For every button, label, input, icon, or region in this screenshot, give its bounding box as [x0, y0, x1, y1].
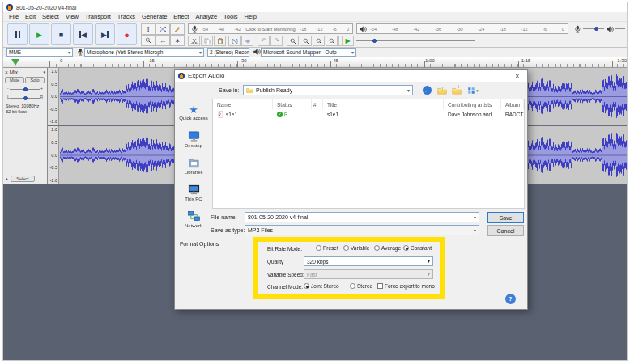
skip-to-end-button[interactable]: ▶ — [95, 23, 115, 45]
recording-device-select[interactable]: Microphone (Yeti Stereo Microph▾ — [84, 48, 204, 57]
zoom-out-button[interactable]: − — [300, 36, 312, 46]
zoom-in-button[interactable]: + — [287, 36, 299, 46]
play-button[interactable]: ▶ — [29, 23, 49, 45]
cancel-button[interactable]: Cancel — [487, 225, 524, 236]
pause-button[interactable] — [7, 23, 28, 45]
multi-tool-button[interactable]: ∗ — [170, 35, 185, 46]
menu-item[interactable]: Help — [241, 13, 260, 20]
sidebar-item-libraries[interactable]: Libraries — [175, 152, 212, 179]
column-status[interactable]: Status — [273, 99, 312, 109]
audio-host-select[interactable]: MME▾ — [6, 48, 73, 57]
mute-solo-row: Mute Solo — [3, 76, 47, 84]
menu-item[interactable]: Edit — [22, 13, 39, 20]
mute-button[interactable]: Mute — [5, 77, 24, 83]
bit-rate-average-radio[interactable]: Average — [374, 245, 401, 251]
skip-to-start-button[interactable]: ◀ — [73, 23, 93, 45]
sidebar-item-this-pc[interactable]: This PC — [175, 179, 212, 205]
monitoring-hint[interactable]: Click to Start Monitoring — [243, 27, 298, 32]
recording-meter[interactable]: -54-48-42-36-30-24-18-12-60 Click to Sta… — [188, 23, 353, 34]
music-file-icon: ♪ — [217, 110, 224, 119]
save-button[interactable]: Save — [487, 212, 524, 223]
cut-button[interactable] — [188, 36, 200, 46]
play-speed-slider[interactable] — [356, 40, 475, 41]
file-name-input[interactable]: 801-05-20-2020 v4-final ▾ — [245, 212, 479, 222]
chevron-down-icon: ▾ — [68, 49, 70, 55]
bit-rate-variable-radio[interactable]: Variable — [343, 245, 369, 251]
quality-label: Quality — [267, 259, 283, 265]
force-mono-checkbox[interactable]: Force export to mono — [377, 283, 435, 289]
bit-rate-constant-radio[interactable]: Constant — [403, 245, 432, 251]
silence-audio-button[interactable] — [241, 36, 253, 46]
paste-button[interactable] — [214, 36, 226, 46]
column-number[interactable]: # — [312, 99, 323, 109]
joint-stereo-radio[interactable]: Joint Stereo — [304, 283, 339, 289]
menu-item[interactable]: Select — [39, 13, 62, 20]
menu-item[interactable]: Tools — [220, 13, 241, 20]
recording-channels-select[interactable]: 2 (Stereo) Recording Cha▾ — [207, 48, 249, 57]
bit-rate-preset-radio[interactable]: Preset — [316, 245, 338, 251]
variable-speed-label: Variable Speed: — [267, 272, 304, 277]
menu-item[interactable]: Effect — [170, 13, 192, 20]
menu-item[interactable]: View — [62, 13, 82, 20]
undo-button[interactable]: ↶ — [258, 36, 270, 46]
gain-thumb[interactable] — [23, 87, 28, 91]
copy-button[interactable] — [201, 36, 213, 46]
quality-select[interactable]: 320 kbps ▾ — [304, 256, 433, 266]
trim-audio-button[interactable] — [228, 36, 241, 46]
play-at-speed-button[interactable]: ▶ — [342, 36, 354, 46]
stop-button[interactable]: ■ — [51, 23, 71, 45]
fit-project-button[interactable] — [326, 36, 338, 46]
back-button[interactable]: ← — [421, 85, 433, 95]
help-button[interactable]: ? — [505, 294, 516, 304]
track-menu-icon[interactable]: ▾ — [43, 70, 45, 74]
save-as-type-select[interactable]: MP3 Files ▾ — [245, 225, 479, 235]
record-button[interactable]: ● — [117, 23, 137, 45]
timeline-ruler[interactable]: 01530451:001:151:30 — [3, 57, 627, 68]
play-speed-thumb[interactable] — [372, 39, 377, 43]
column-name[interactable]: Nameˆ — [213, 99, 273, 109]
menu-item[interactable]: File — [6, 13, 22, 20]
file-name-cell: s1e1 — [226, 112, 237, 117]
menu-item[interactable]: Analyze — [192, 13, 220, 20]
envelope-tool-button[interactable] — [155, 23, 170, 35]
playback-volume-slider[interactable] — [615, 28, 625, 29]
file-row[interactable]: ♪ s1e1 ✓ R s1e1 Dave Johnson and... RADC… — [213, 109, 524, 119]
redo-button[interactable]: ↷ — [270, 36, 283, 46]
up-one-level-button[interactable]: ↑ — [436, 85, 448, 95]
sidebar-item-network[interactable]: Network — [175, 205, 212, 232]
playback-device-select[interactable]: Microsoft Sound Mapper - Outp▾ — [261, 48, 356, 57]
timeline-pin-icon[interactable] — [11, 59, 19, 66]
menu-item[interactable]: Transport — [82, 13, 114, 20]
zoom-tool-button[interactable] — [141, 35, 155, 46]
fit-selection-button[interactable] — [313, 36, 325, 46]
save-in-select[interactable]: Publish Ready ▾ — [243, 85, 413, 95]
recording-volume-thumb[interactable] — [594, 27, 598, 31]
draw-tool-button[interactable] — [170, 23, 185, 35]
timeshift-tool-button[interactable]: ↔ — [155, 35, 170, 46]
track-close-icon[interactable]: × — [5, 70, 8, 75]
views-menu-button[interactable]: ▾ — [465, 85, 481, 95]
collapse-icon[interactable]: ▲ — [5, 176, 9, 181]
ibeam-icon: I — [147, 26, 150, 33]
menu-item[interactable]: Generate — [138, 13, 170, 20]
column-title[interactable]: Title — [323, 99, 444, 109]
desktop-icon — [188, 130, 200, 142]
column-contributing-artists[interactable]: Contributing artists — [444, 99, 501, 109]
pan-thumb[interactable] — [23, 96, 28, 100]
solo-button[interactable]: Solo — [25, 77, 45, 83]
gain-slider[interactable]: - + — [6, 85, 44, 93]
menu-item[interactable]: Tracks — [114, 13, 138, 20]
track-name[interactable]: Mix — [10, 70, 42, 75]
this-pc-icon — [188, 184, 200, 196]
stereo-radio[interactable]: Stereo — [350, 283, 372, 289]
sidebar-item-quick-access[interactable]: ★ Quick access — [175, 99, 212, 125]
column-album[interactable]: Album — [501, 99, 524, 109]
track-select-button[interactable]: Select — [11, 176, 35, 182]
playback-meter[interactable]: -54-48-42-36-30-24-18-12-60 — [356, 23, 568, 34]
sidebar-item-desktop[interactable]: Desktop — [175, 125, 212, 152]
new-folder-button[interactable]: + — [450, 85, 462, 95]
recording-volume-slider[interactable] — [583, 28, 604, 29]
dialog-close-icon[interactable]: × — [511, 72, 524, 80]
pan-slider[interactable]: L R — [6, 94, 44, 102]
selection-tool-button[interactable]: I — [141, 23, 155, 35]
